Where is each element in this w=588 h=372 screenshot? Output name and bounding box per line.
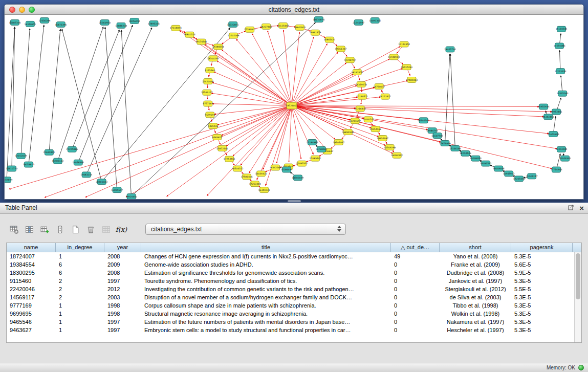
network-node[interactable]: 9465546 [208,123,218,129]
table-cell[interactable]: 6 [56,269,104,277]
table-cell[interactable]: 1998 [104,301,141,310]
table-row[interactable]: 1872400712008Changes of HCN gene express… [7,252,574,260]
network-node[interactable]: 15549298 [384,144,396,150]
network-node[interactable]: 16055607 [111,187,123,193]
table-cell[interactable]: Hescheler et al. (1997) [440,326,511,334]
network-node[interactable]: 19361307 [335,46,346,52]
network-node[interactable]: 17734944 [551,167,562,172]
new-column-icon[interactable] [39,224,50,235]
network-node[interactable]: 18130874 [313,16,325,22]
float-panel-icon[interactable] [568,203,574,214]
network-node[interactable]: 15146186 [449,145,461,151]
network-node[interactable]: 17581466 [241,174,253,180]
network-node[interactable]: 9699695 [205,112,215,118]
table-cell[interactable]: 2008 [104,252,141,260]
table-cell[interactable]: 5.6E-5 [511,260,573,269]
network-node[interactable]: 12202068 [228,33,239,38]
table-cell[interactable]: Estimation of the future numbers of pati… [141,318,391,326]
network-edge[interactable] [284,30,292,106]
network-edge[interactable] [86,28,152,174]
network-edge[interactable] [226,106,292,146]
table-cell[interactable]: Jankovic et al. (1997) [440,277,511,285]
table-cell[interactable]: 5.5E-5 [511,285,573,293]
network-node[interactable]: 15184495 [281,167,293,172]
network-node[interactable]: 17253461 [224,156,235,162]
network-edge[interactable] [559,50,560,71]
network-node[interactable]: 15722871 [227,21,239,27]
network-edge[interactable] [292,59,390,105]
new-file-icon[interactable] [70,224,81,235]
network-edge[interactable] [292,106,552,169]
table-cell[interactable]: 18300295 [7,269,56,277]
column-header-year[interactable]: year [104,243,141,252]
table-cell[interactable]: 2 [56,293,104,301]
table-row[interactable]: 1938455462009Genome-wide association stu… [7,260,574,269]
table-cell[interactable]: 5.3E-5 [511,318,573,326]
network-edge[interactable] [29,25,44,165]
network-node[interactable]: 19174501 [195,39,207,45]
table-cell[interactable]: 1 [56,252,104,260]
network-node[interactable]: 12125447 [277,23,289,28]
network-node[interactable]: 19056054 [128,18,140,24]
table-cell[interactable]: Stergiakouli et al. (2012) [440,285,511,293]
network-node[interactable]: 16094542 [391,152,403,158]
network-node[interactable]: 18954997 [377,136,388,141]
network-edge[interactable] [214,72,292,106]
network-node[interactable]: 16894938 [342,129,354,135]
network-node[interactable]: 12436288 [38,17,50,23]
network-edge[interactable] [217,61,292,106]
table-cell[interactable]: 14569117 [7,293,56,301]
column-header-out_de[interactable]: △ out_de… [391,243,440,252]
network-node[interactable]: 18162675 [351,70,363,75]
table-cell[interactable]: 0 [391,318,440,326]
network-edge[interactable] [62,29,102,182]
network-node[interactable]: 18204446 [460,150,471,156]
table-cell[interactable]: 2009 [104,260,141,269]
network-node[interactable]: 19245450 [513,176,525,182]
table-cell[interactable]: Genome-wide association studies in ADHD. [141,260,391,269]
table-cell[interactable]: Tibbo et al. (1998) [440,301,511,310]
table-row[interactable]: 911546021997Tourette syndrome. Phenomeno… [7,277,574,285]
network-edge[interactable] [21,29,30,156]
table-cell[interactable]: 0 [391,301,440,310]
network-node[interactable]: 21241997 [353,19,364,25]
table-cell[interactable]: Changes of HCN gene expression and I(f) … [141,252,391,260]
network-node[interactable]: 21041247 [526,173,538,179]
minimize-window-button[interactable] [19,7,25,13]
panel-splitter[interactable] [288,200,301,202]
network-edge[interactable] [72,30,120,149]
network-edge[interactable] [12,27,15,169]
network-node[interactable]: 16544342 [418,118,429,123]
network-node[interactable]: 16801324 [184,32,195,37]
table-cell[interactable]: 5.3E-5 [511,310,573,318]
column-header-short[interactable]: short [440,243,511,252]
table-cell[interactable]: 1997 [104,277,141,285]
network-graph[interactable]: 1872400719384554183002959115460224200461… [5,15,583,199]
table-mode-icon[interactable] [8,224,19,235]
network-node[interactable]: 12154354 [398,41,410,47]
network-node[interactable]: 25205886 [66,146,78,152]
network-edge[interactable] [222,106,292,136]
table-cell[interactable]: Investigating the contribution of common… [141,285,391,293]
table-selector-dropdown[interactable]: citations_edges.txt [145,224,346,235]
network-node[interactable]: 15888238 [115,23,127,28]
table-row[interactable]: 969969511998Structural magnetic resonanc… [7,310,574,318]
table-cell[interactable]: 6 [56,260,104,269]
table-row[interactable]: 1830029562008Estimation of significance … [7,269,574,277]
network-node[interactable]: 15184985 [307,139,318,145]
delete-icon[interactable] [85,224,96,235]
table-cell[interactable]: 2 [56,277,104,285]
network-node[interactable]: 16760017 [373,83,385,89]
network-node[interactable]: 15955934 [538,104,550,110]
network-edge[interactable] [167,106,292,196]
network-node[interactable]: 11948914 [388,54,400,60]
network-node[interactable]: 16034421 [255,171,267,177]
table-cell[interactable]: Nakamura et al. (1997) [440,318,511,326]
network-node[interactable]: 15184545 [556,26,568,32]
table-cell[interactable]: Structural magnetic resonance image aver… [141,310,391,318]
table-cell[interactable]: 1998 [104,310,141,318]
network-edge[interactable] [292,32,299,106]
import-table-icon[interactable] [100,224,112,235]
network-node[interactable]: 12208712 [344,57,356,63]
table-cell[interactable]: 0 [391,285,440,293]
